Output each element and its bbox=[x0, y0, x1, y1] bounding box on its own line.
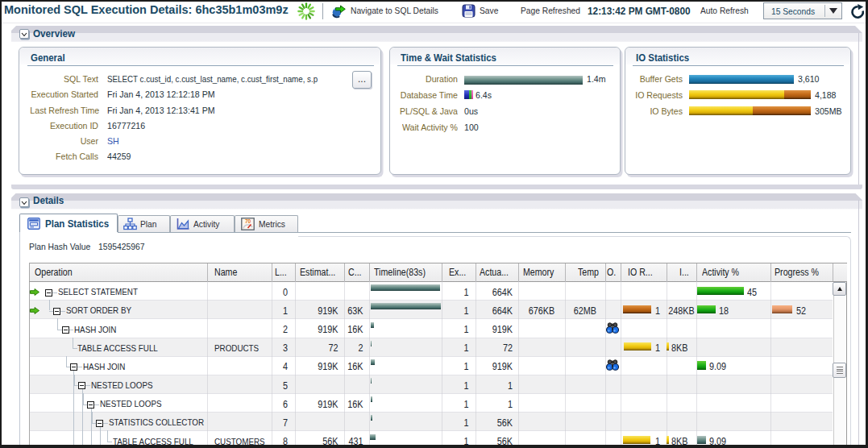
svg-text:70: 70 bbox=[245, 218, 251, 224]
